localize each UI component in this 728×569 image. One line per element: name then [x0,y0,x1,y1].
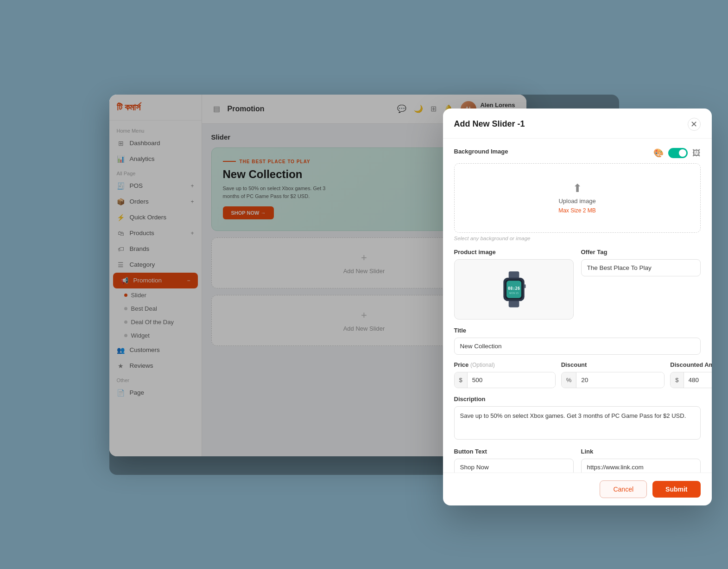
svg-text:08:26: 08:26 [507,286,519,291]
link-input[interactable] [581,459,701,473]
link-field: Link [581,448,701,473]
offer-tag-field: Offer Tag [581,249,701,320]
price-prefix: $ [455,372,468,388]
offer-tag-input[interactable] [581,259,701,276]
upload-size-text: Max Size 2 MB [558,207,596,214]
modal-header: Add New Slider -1 ✕ [443,109,712,139]
palette-icon[interactable]: 🎨 [653,148,664,158]
cancel-button[interactable]: Cancel [600,480,647,498]
discount-input[interactable] [576,372,664,388]
button-text-label: Button Text [454,448,574,455]
discount-field: Discount % [561,361,665,388]
title-field: Title [454,327,701,355]
product-offer-row: Product image 08:26 MON 15 [454,249,701,320]
discounted-prefix: $ [671,372,684,388]
price-input-group: $ [454,372,556,388]
discounted-amount-input[interactable] [684,372,712,388]
svg-rect-9 [508,271,519,278]
price-row: Price (Optional) $ Discount % [454,361,701,388]
title-field-label: Title [454,327,701,334]
button-link-row: Button Text Link [454,448,701,473]
upload-cloud-icon: ⬆ [573,182,582,195]
discounted-amount-label: Discounted Amount [670,361,711,368]
modal-body: Background Image 🎨 🖼 ⬆ Upload image Max … [443,139,712,473]
link-label: Link [581,448,701,455]
description-field: Discription Save up to 50% on select Xbo… [454,396,701,441]
svg-rect-10 [508,300,519,307]
image-upload-area[interactable]: ⬆ Upload image Max Size 2 MB [454,163,701,233]
product-image-field: Product image 08:26 MON 15 [454,249,574,320]
discount-label: Discount [561,361,665,368]
submit-button[interactable]: Submit [652,481,700,498]
product-image-label: Product image [454,249,574,256]
toggle-knob [679,149,686,157]
bg-image-label: Background Image [454,148,508,155]
product-image-box[interactable]: 08:26 MON 15 [454,259,574,320]
description-textarea[interactable]: Save up to 50% on select Xbox games. Get… [454,406,701,440]
description-label: Discription [454,396,701,403]
modal-close-button[interactable]: ✕ [688,118,701,131]
bg-image-actions: 🎨 🖼 [653,148,701,158]
image-upload-icon[interactable]: 🖼 [692,148,701,158]
title-input[interactable] [454,338,701,355]
bg-image-toggle[interactable] [668,148,688,158]
offer-tag-label: Offer Tag [581,249,701,256]
add-slider-modal: Add New Slider -1 ✕ Background Image 🎨 🖼… [443,109,712,505]
modal-footer: Cancel Submit [443,473,712,505]
discount-prefix: % [562,372,577,388]
bg-image-header: Background Image 🎨 🖼 [454,148,701,159]
price-label: Price (Optional) [454,361,556,368]
discount-input-group: % [561,372,665,388]
price-input[interactable] [468,372,555,388]
modal-title: Add New Slider -1 [454,119,525,129]
select-hint-text: Select any background or image [454,236,701,241]
discounted-amount-input-group: $ [670,372,711,388]
price-field: Price (Optional) $ [454,361,556,388]
discounted-amount-field: Discounted Amount $ [670,361,711,388]
svg-text:MON 15: MON 15 [509,292,519,294]
button-text-field: Button Text [454,448,574,473]
svg-rect-16 [524,284,525,288]
upload-text: Upload image [558,198,595,205]
button-text-input[interactable] [454,459,574,473]
